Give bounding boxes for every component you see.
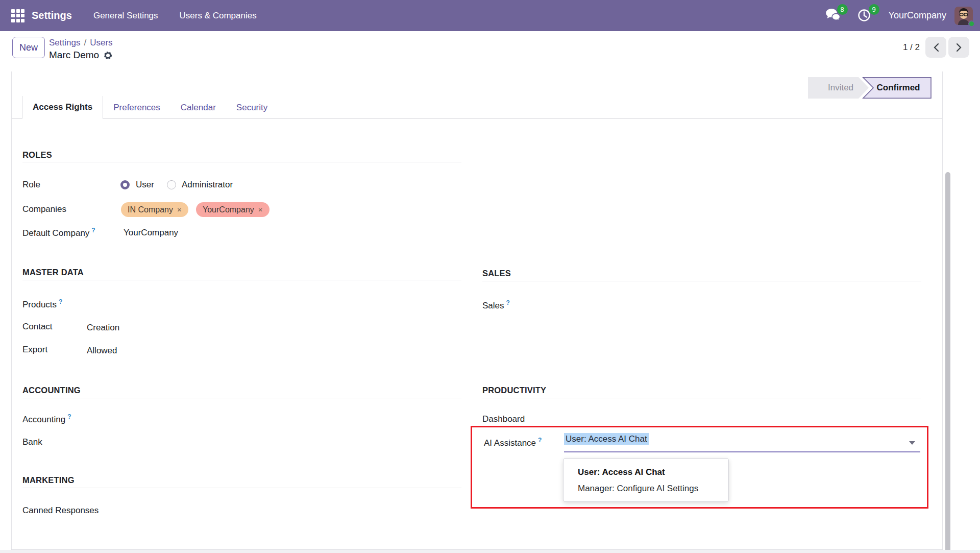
tab-access-rights[interactable]: Access Rights <box>22 96 103 119</box>
role-option-user-label[interactable]: User <box>136 180 154 190</box>
role-radio-administrator[interactable] <box>167 180 176 189</box>
section-accounting-title: ACCOUNTING <box>22 386 81 395</box>
company-tag-in-company[interactable]: IN Company × <box>121 202 188 217</box>
default-company-label-text: Default Company <box>22 228 89 238</box>
dropdown-option-manager-configure[interactable]: Manager: Configure AI Settings <box>564 480 728 497</box>
top-navbar: Settings General Settings Users & Compan… <box>0 0 980 31</box>
section-marketing-title: MARKETING <box>22 475 75 485</box>
role-radio-user[interactable] <box>120 180 130 189</box>
user-avatar[interactable] <box>954 7 973 25</box>
form-sheet <box>11 71 943 550</box>
vertical-scrollbar[interactable] <box>945 172 950 553</box>
tab-preferences[interactable]: Preferences <box>103 97 170 119</box>
activities-icon[interactable]: 9 <box>857 8 874 23</box>
breadcrumb-settings[interactable]: Settings <box>49 38 80 47</box>
pager-next-button[interactable] <box>948 37 969 58</box>
new-button[interactable]: New <box>12 37 45 58</box>
breadcrumb-separator: / <box>84 38 86 47</box>
statusbar: Invited Confirmed <box>808 77 932 99</box>
ai-assistance-label-text: AI Assistance <box>484 438 536 448</box>
bank-label: Bank <box>22 437 42 447</box>
default-company-help-icon[interactable]: ? <box>91 227 95 234</box>
record-name: Marc Demo <box>49 50 99 61</box>
accounting-label-text: Accounting <box>22 415 65 424</box>
messages-count-badge: 8 <box>837 4 848 15</box>
contact-label: Contact <box>22 322 53 332</box>
page-bottom-strip <box>0 550 980 553</box>
menu-users-companies[interactable]: Users & Companies <box>180 11 257 21</box>
company-tag-in-company-label: IN Company <box>128 205 173 214</box>
section-master-data-divider <box>22 280 461 280</box>
apps-grid-icon[interactable] <box>11 9 24 22</box>
accounting-label: Accounting? <box>22 413 71 425</box>
messages-icon[interactable]: 8 <box>825 8 843 23</box>
export-value[interactable]: Allowed <box>87 346 117 356</box>
chevron-right-icon <box>956 43 962 52</box>
export-label: Export <box>22 345 47 355</box>
notebook-tabs: Access Rights Preferences Calendar Secur… <box>12 96 942 119</box>
tab-security[interactable]: Security <box>226 97 278 119</box>
ai-assistance-input[interactable]: User: Access AI Chat <box>564 434 920 452</box>
chevron-left-icon <box>933 43 939 52</box>
company-tag-in-company-remove-icon[interactable]: × <box>177 205 182 214</box>
default-company-label: Default Company? <box>22 227 95 238</box>
record-title-row: Marc Demo <box>49 50 112 61</box>
menu-general-settings[interactable]: General Settings <box>93 11 158 21</box>
section-sales-title: SALES <box>482 269 511 278</box>
company-switcher[interactable]: YourCompany <box>889 10 946 21</box>
section-roles-title: ROLES <box>22 150 52 160</box>
dropdown-caret-icon[interactable] <box>909 441 915 445</box>
sales-label: Sales? <box>482 299 510 311</box>
section-marketing-divider <box>22 488 461 488</box>
role-option-admin-label[interactable]: Administrator <box>182 180 233 190</box>
gear-icon[interactable] <box>104 51 112 60</box>
section-productivity-divider <box>482 398 921 398</box>
sales-label-text: Sales <box>482 301 504 310</box>
status-confirmed[interactable]: Confirmed <box>870 77 926 99</box>
odoo-settings-page: Settings General Settings Users & Compan… <box>0 0 980 553</box>
ai-assistance-dropdown-menu: User: Access AI Chat Manager: Configure … <box>563 458 729 502</box>
pager-counter: 1 / 2 <box>888 42 920 53</box>
products-label: Products? <box>22 298 62 310</box>
dashboard-label: Dashboard <box>482 414 525 424</box>
online-status-dot <box>968 20 975 27</box>
pager-previous-button[interactable] <box>925 37 946 58</box>
contact-value[interactable]: Creation <box>87 323 119 333</box>
dropdown-option-user-access[interactable]: User: Access AI Chat <box>564 464 728 480</box>
app-name[interactable]: Settings <box>32 10 72 21</box>
ai-assistance-input-value: User: Access AI Chat <box>564 433 649 445</box>
section-accounting-divider <box>22 398 461 398</box>
breadcrumb: Settings/Users <box>49 38 113 48</box>
status-invited[interactable]: Invited <box>817 77 864 99</box>
products-help-icon[interactable]: ? <box>59 298 62 305</box>
accounting-help-icon[interactable]: ? <box>67 413 71 420</box>
tab-calendar[interactable]: Calendar <box>170 97 226 119</box>
company-tag-yourcompany[interactable]: YourCompany × <box>196 202 270 217</box>
breadcrumb-users[interactable]: Users <box>90 38 112 47</box>
sales-help-icon[interactable]: ? <box>506 299 510 306</box>
ai-assistance-label: AI Assistance? <box>484 437 542 448</box>
section-sales-divider <box>482 281 921 281</box>
role-label: Role <box>22 180 40 190</box>
default-company-value[interactable]: YourCompany <box>124 228 178 238</box>
section-productivity-title: PRODUCTIVITY <box>482 386 546 395</box>
section-master-data-title: MASTER DATA <box>22 268 84 277</box>
products-label-text: Products <box>22 300 57 309</box>
activities-count-badge: 9 <box>869 4 879 15</box>
canned-responses-label: Canned Responses <box>22 506 99 516</box>
ai-assistance-help-icon[interactable]: ? <box>538 437 542 444</box>
section-roles-divider <box>22 162 461 162</box>
company-tag-yourcompany-remove-icon[interactable]: × <box>258 205 263 214</box>
company-tag-yourcompany-label: YourCompany <box>203 205 254 214</box>
companies-label: Companies <box>22 204 66 214</box>
